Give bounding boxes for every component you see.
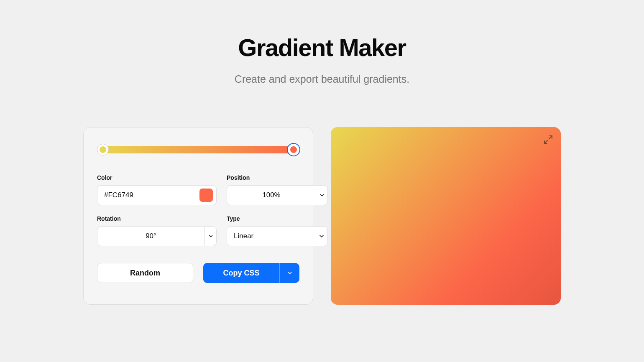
- rotation-input-wrapper: [97, 226, 217, 246]
- gradient-stop-1[interactable]: [287, 143, 300, 156]
- copy-css-button[interactable]: Copy CSS: [203, 263, 279, 283]
- page-subtitle: Create and export beautiful gradients.: [0, 73, 644, 85]
- controls-panel: Color Position Rotation: [83, 127, 313, 305]
- copy-css-dropdown[interactable]: [279, 263, 299, 283]
- chevron-down-icon: [208, 233, 214, 239]
- chevron-down-icon: [319, 192, 325, 198]
- color-input[interactable]: [97, 186, 199, 205]
- rotation-input[interactable]: [97, 227, 204, 246]
- color-swatch[interactable]: [199, 189, 213, 202]
- page-title: Gradient Maker: [0, 33, 644, 61]
- type-value: Linear: [227, 227, 316, 246]
- rotation-stepper[interactable]: [204, 227, 216, 246]
- expand-icon: [543, 135, 553, 145]
- type-select[interactable]: Linear: [227, 226, 328, 246]
- position-label: Position: [227, 174, 328, 181]
- color-label: Color: [97, 174, 217, 181]
- svg-line-1: [544, 140, 547, 143]
- random-button[interactable]: Random: [97, 263, 193, 283]
- position-input-wrapper: [227, 185, 328, 205]
- gradient-stop-1-color: [290, 146, 297, 153]
- chevron-down-icon: [286, 270, 293, 276]
- copy-css-button-group: Copy CSS: [203, 263, 299, 283]
- position-input[interactable]: [227, 186, 316, 205]
- type-label: Type: [227, 215, 328, 222]
- rotation-label: Rotation: [97, 215, 217, 222]
- expand-button[interactable]: [543, 135, 553, 145]
- svg-line-0: [549, 136, 552, 139]
- gradient-slider[interactable]: [97, 146, 299, 153]
- type-dropdown-caret[interactable]: [316, 227, 327, 246]
- color-input-wrapper: [97, 185, 217, 205]
- chevron-down-icon: [318, 233, 325, 240]
- gradient-preview: [331, 127, 561, 305]
- position-stepper[interactable]: [316, 186, 327, 205]
- gradient-stop-0-color: [100, 146, 106, 153]
- gradient-stop-0[interactable]: [97, 144, 109, 156]
